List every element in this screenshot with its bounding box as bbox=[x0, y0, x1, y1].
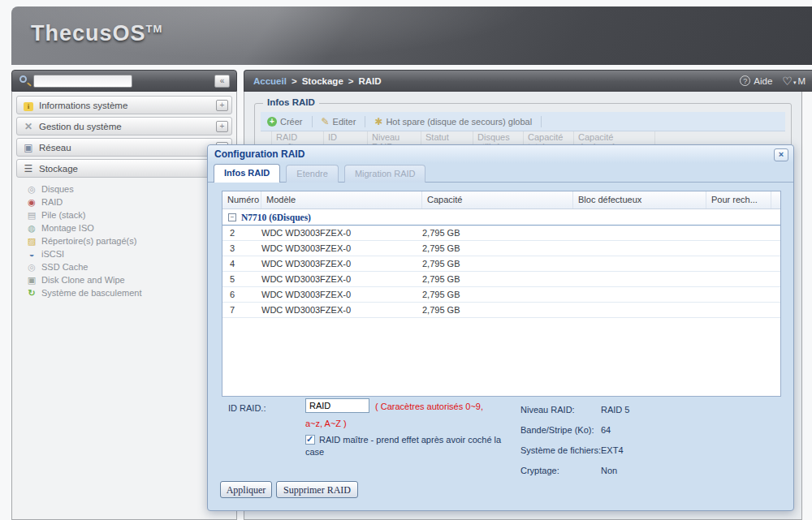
cell-num: 4 bbox=[222, 259, 261, 269]
info-icon: i bbox=[22, 100, 35, 111]
app-header: ThecusOSTM bbox=[11, 6, 812, 65]
raid-master-checkbox-label: RAID maître - prend effet après avoir co… bbox=[305, 435, 501, 457]
breadcrumb-raid: RAID bbox=[359, 76, 382, 86]
column-header-capacite[interactable]: Capacité bbox=[422, 191, 573, 208]
hot-spare-button[interactable]: ✱ Hot spare (disque de secours) global bbox=[374, 116, 532, 127]
toolbar-divider bbox=[312, 116, 313, 127]
table-row[interactable]: 4WDC WD3003FZEX-02,795 GB bbox=[222, 256, 780, 272]
expand-plus-button[interactable]: + bbox=[216, 121, 228, 132]
storage-icon: ☰ bbox=[22, 163, 35, 174]
sidebar-section-informations-systeme[interactable]: i Informations système + bbox=[16, 96, 232, 114]
shared-folder-icon: ▨ bbox=[26, 236, 37, 247]
cell-capacity: 2,795 GB bbox=[422, 259, 780, 269]
apply-button[interactable]: Appliquer bbox=[220, 481, 272, 498]
column-header-pour-rech[interactable]: Pour rech... bbox=[706, 191, 771, 208]
search-icon bbox=[19, 75, 27, 83]
cell-num: 7 bbox=[222, 305, 261, 315]
breadcrumb-bar: Accueil > Stockage > RAID ? Aide ♡ ▾ M bbox=[244, 70, 812, 92]
niveau-raid-label: Niveau RAID: bbox=[520, 405, 575, 415]
sidebar-item-disques[interactable]: ◎Disques bbox=[26, 183, 232, 196]
sidebar-item-systeme-basculement[interactable]: ↻Système de basculement bbox=[26, 286, 232, 299]
close-icon[interactable]: × bbox=[774, 148, 788, 161]
sidebar-search-bar: « bbox=[11, 70, 237, 92]
filesystem-value: EXT4 bbox=[601, 445, 624, 455]
dialog-tabbar: Infos RAID Etendre Migration RAID bbox=[208, 164, 793, 183]
sidebar-item-disk-clone-wipe[interactable]: ▣Disk Clone and Wipe bbox=[26, 273, 232, 286]
sidebar-section-reseau[interactable]: ▣ Réseau + bbox=[16, 138, 232, 157]
group-label: N7710 (6Disques) bbox=[241, 213, 311, 222]
fieldset-legend: Infos RAID bbox=[263, 97, 319, 107]
cryptage-label: Cryptage: bbox=[520, 466, 559, 475]
section-label: Informations système bbox=[39, 101, 216, 110]
table-row[interactable]: 6WDC WD3003FZEX-02,795 GB bbox=[222, 287, 780, 303]
toolbar-divider bbox=[365, 116, 365, 127]
cryptage-value: Non bbox=[601, 466, 617, 475]
column-header-numero[interactable]: Numéro d... bbox=[222, 191, 261, 208]
cell-num: 6 bbox=[222, 290, 261, 299]
network-icon: ▣ bbox=[22, 142, 35, 153]
disk-icon: ◎ bbox=[26, 184, 37, 195]
sidebar-item-raid[interactable]: ◉RAID bbox=[26, 196, 232, 208]
cell-model: WDC WD3003FZEX-0 bbox=[261, 305, 422, 315]
ssd-icon: ◎ bbox=[26, 262, 37, 273]
expand-plus-button[interactable]: + bbox=[216, 100, 228, 111]
create-button[interactable]: + Créer bbox=[267, 117, 303, 127]
sidebar-collapse-button[interactable]: « bbox=[214, 75, 230, 88]
column-header-bloc-defectueux[interactable]: Bloc défectueux bbox=[573, 191, 706, 208]
favorites-caret-icon[interactable]: ▾ bbox=[793, 80, 797, 86]
sidebar-item-ssd-cache[interactable]: ◎SSD Cache bbox=[26, 260, 232, 273]
tab-infos-raid[interactable]: Infos RAID bbox=[214, 164, 280, 183]
delete-raid-button[interactable]: Supprimer RAID bbox=[276, 481, 358, 498]
stack-icon: ▤ bbox=[26, 210, 37, 221]
raid-configuration-dialog: Configuration RAID × Infos RAID Etendre … bbox=[207, 144, 794, 511]
tab-etendre[interactable]: Etendre bbox=[286, 165, 339, 183]
sidebar-item-repertoires-partages[interactable]: ▨Répertoire(s) partagé(s) bbox=[26, 234, 232, 247]
allowed-chars-note-line1: ( Caracètres autorisés 0~9, bbox=[375, 402, 483, 411]
breadcrumb-home[interactable]: Accueil bbox=[253, 76, 287, 86]
app-logo: ThecusOSTM bbox=[31, 21, 162, 46]
section-label: Réseau bbox=[39, 143, 216, 153]
help-link[interactable]: Aide bbox=[754, 76, 772, 86]
clone-icon: ▣ bbox=[26, 275, 37, 286]
cell-model: WDC WD3003FZEX-0 bbox=[261, 259, 422, 269]
sidebar-item-pile-stack[interactable]: ▤Pile (stack) bbox=[26, 208, 232, 221]
raid-master-checkbox[interactable] bbox=[305, 435, 315, 445]
table-row[interactable]: 3WDC WD3003FZEX-02,795 GB bbox=[222, 241, 780, 256]
pencil-icon: ✎ bbox=[322, 116, 330, 127]
dialog-title: Configuration RAID bbox=[214, 148, 304, 160]
table-row[interactable]: 7WDC WD3003FZEX-02,795 GB bbox=[222, 303, 780, 318]
favorites-heart-icon[interactable]: ♡ bbox=[782, 75, 793, 88]
cell-model: WDC WD3003FZEX-0 bbox=[261, 243, 422, 253]
help-icon[interactable]: ? bbox=[740, 75, 750, 86]
column-header-modele[interactable]: Modèle bbox=[261, 191, 422, 208]
raid-toolbar: + Créer ✎ Editer ✱ Hot spare (disque de … bbox=[261, 112, 785, 131]
cell-model: WDC WD3003FZEX-0 bbox=[261, 228, 422, 238]
dialog-titlebar[interactable]: Configuration RAID × bbox=[208, 145, 793, 163]
favorites-label-clipped[interactable]: M bbox=[797, 76, 806, 86]
disk-table: Numéro d... Modèle Capacité Bloc défectu… bbox=[222, 191, 781, 397]
breadcrumb-stockage: Stockage bbox=[302, 76, 343, 86]
raid-id-input[interactable] bbox=[305, 398, 369, 413]
edit-button[interactable]: ✎ Editer bbox=[322, 116, 356, 127]
stripe-value: 64 bbox=[601, 425, 611, 435]
table-row[interactable]: 2WDC WD3003FZEX-02,795 GB bbox=[222, 226, 780, 241]
filesystem-label: Système de fichiers: bbox=[520, 445, 601, 455]
disk-group-row[interactable]: − N7710 (6Disques) bbox=[222, 209, 780, 226]
tools-icon: ✕ bbox=[22, 121, 35, 132]
cell-model: WDC WD3003FZEX-0 bbox=[261, 274, 422, 284]
disk-table-rows: 2WDC WD3003FZEX-02,795 GB3WDC WD3003FZEX… bbox=[222, 226, 780, 318]
cell-num: 3 bbox=[222, 243, 261, 253]
sidebar-item-montage-iso[interactable]: ◍Montage ISO bbox=[26, 221, 232, 234]
plus-circle-icon: + bbox=[267, 117, 277, 127]
sidebar-section-stockage[interactable]: ☰ Stockage bbox=[16, 159, 232, 178]
cell-capacity: 2,795 GB bbox=[422, 274, 780, 284]
niveau-raid-value: RAID 5 bbox=[601, 405, 629, 415]
search-input[interactable] bbox=[33, 75, 132, 88]
tab-migration-raid[interactable]: Migration RAID bbox=[344, 165, 426, 183]
cell-capacity: 2,795 GB bbox=[422, 228, 780, 238]
sidebar-item-iscsi[interactable]: ◒iSCSI bbox=[26, 247, 232, 260]
sidebar-section-gestion-systeme[interactable]: ✕ Gestion du système + bbox=[16, 117, 232, 135]
collapse-minus-icon[interactable]: − bbox=[228, 213, 236, 221]
cell-model: WDC WD3003FZEX-0 bbox=[261, 290, 422, 299]
table-row[interactable]: 5WDC WD3003FZEX-02,795 GB bbox=[222, 272, 780, 287]
